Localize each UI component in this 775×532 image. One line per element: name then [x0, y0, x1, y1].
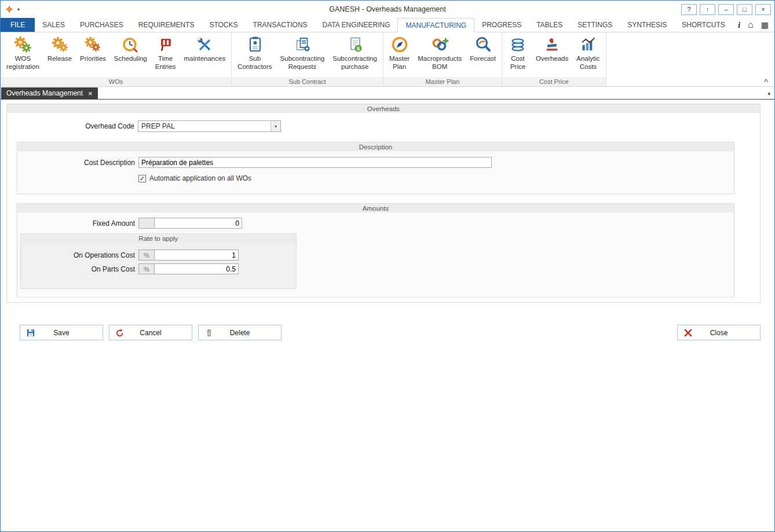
window-controls: ?↑–□×	[681, 4, 771, 15]
ribbon-item-label: Priorities	[80, 54, 106, 63]
help-button[interactable]: ?	[681, 4, 697, 15]
menu-tab-stocks[interactable]: STOCKS	[202, 18, 245, 32]
menu-tab-data-engineering[interactable]: DATA ENGINEERING	[315, 18, 398, 32]
id-card-icon	[246, 35, 264, 54]
close-button[interactable]: Close	[677, 325, 761, 340]
save-icon	[25, 328, 36, 338]
app-logo-icon	[4, 4, 14, 14]
ribbon-item-label: Macroproducts BOM	[418, 54, 462, 71]
amounts-groupbox-title: Amounts	[17, 204, 734, 212]
cost-description-input[interactable]	[138, 157, 492, 168]
chart-icon	[579, 35, 597, 54]
ribbon-item-subcontracting-purchase[interactable]: $Subcontracting purchase	[328, 34, 381, 72]
document-tab-close-icon[interactable]: ×	[88, 90, 93, 97]
save-button[interactable]: Save	[20, 325, 103, 340]
menu-tab-transactions[interactable]: TRANSACTIONS	[246, 18, 315, 32]
cost-description-label: Cost Description	[17, 159, 138, 167]
fixed-amount-label: Fixed Amount	[17, 219, 138, 228]
menu-tab-progress[interactable]: PROGRESS	[474, 18, 529, 32]
ribbon-item-label: Release	[47, 54, 72, 63]
ribbon-item-forecast[interactable]: Forecast	[466, 34, 500, 64]
calendar-icon[interactable]: ▦	[761, 20, 769, 30]
combo-dropdown-icon[interactable]: ▾	[270, 121, 280, 131]
trash-icon	[204, 328, 214, 338]
document-tab[interactable]: Overheads Management ×	[1, 87, 98, 99]
ribbon-item-priorities[interactable]: Priorities	[76, 34, 110, 64]
doc-dollar-icon: $	[346, 35, 364, 54]
links-icon	[430, 35, 449, 54]
menu-tab-manufacturing[interactable]: MANUFACTURING	[397, 18, 474, 32]
ribbon-tab-bar: FILESALESPURCHASESREQUIREMENTSSTOCKSTRAN…	[1, 18, 774, 32]
ribbon-item-sub-contractors[interactable]: Sub Contractors	[233, 34, 276, 72]
ribbon-item-label: Master Plan	[389, 54, 410, 71]
menu-tab-tables[interactable]: TABLES	[529, 18, 570, 32]
tab-list-dropdown-icon[interactable]: ▾	[767, 91, 770, 97]
ribbon-item-subcontracting-requests[interactable]: Subcontracting Requests	[276, 34, 329, 72]
maximize-button[interactable]: □	[737, 4, 752, 15]
ribbon-group-label: WOs	[1, 77, 231, 86]
fixed-amount-input[interactable]	[154, 218, 242, 229]
ribbon-item-analytic-costs[interactable]: Analytic Costs	[572, 34, 604, 72]
on-parts-percent-prefix: %	[138, 263, 154, 274]
ribbon-item-time-entries[interactable]: Time Entries	[151, 34, 180, 72]
ribbon-group-label: Master Plan	[383, 77, 502, 86]
auto-apply-checkbox[interactable]: ✓	[138, 175, 146, 182]
overhead-code-label: Overhead Code	[7, 122, 138, 130]
menu-tabs: FILESALESPURCHASESREQUIREMENTSSTOCKSTRAN…	[1, 18, 733, 32]
close-button[interactable]: ×	[755, 4, 771, 15]
home-icon[interactable]: ⌂	[748, 20, 754, 30]
ribbon-item-label: WOS registration	[6, 54, 39, 71]
auto-apply-row: ✓ Automatic application on all WOs	[17, 174, 734, 182]
ribbon-item-master-plan[interactable]: Master Plan	[385, 34, 414, 72]
svg-text:$: $	[357, 46, 360, 52]
ribbon-item-label: Subcontracting Requests	[280, 54, 325, 71]
ribbon-item-wos-registration[interactable]: WOS registration	[2, 34, 43, 72]
title-bar: ▾ GANESH - Overheads Management ?↑–□×	[1, 1, 774, 18]
ribbon-item-label: Time Entries	[155, 54, 176, 71]
fixed-amount-row: Fixed Amount	[17, 218, 734, 229]
gears-small-icon	[83, 35, 102, 54]
menu-tab-shortcuts[interactable]: SHORTCUTS	[674, 18, 732, 32]
ribbon-item-label: Scheduling	[114, 54, 147, 63]
minimize-button[interactable]: –	[718, 4, 734, 15]
menu-tab-requirements[interactable]: REQUIREMENTS	[131, 18, 202, 32]
menu-tab-purchases[interactable]: PURCHASES	[72, 18, 131, 32]
ribbon-collapse-icon[interactable]: ^	[764, 78, 768, 86]
documents-icon	[293, 35, 312, 54]
fixed-amount-prefix	[138, 218, 154, 229]
cancel-button[interactable]: Cancel	[109, 325, 192, 340]
ribbon-item-release[interactable]: Release	[43, 34, 76, 64]
ribbon-item-overheads[interactable]: Overheads	[532, 34, 572, 64]
ribbon-item-macroproducts-bom[interactable]: Macroproducts BOM	[414, 34, 466, 72]
ribbon-group-label: Sub Contract	[232, 77, 383, 86]
tools-icon	[195, 35, 214, 54]
ribbon-group-wos: WOS registrationReleasePrioritiesSchedul…	[1, 32, 232, 86]
ribbon-display-options-button[interactable]: ↑	[700, 4, 715, 15]
menu-tab-synthesis[interactable]: SYNTHESIS	[620, 18, 674, 32]
close-red-icon	[683, 328, 693, 338]
on-parts-cost-input[interactable]	[154, 263, 239, 274]
gears-icon	[50, 35, 69, 54]
menu-tab-file[interactable]: FILE	[1, 18, 35, 32]
ribbon-group-label: Cost Price	[502, 77, 606, 86]
ribbon-groups: WOS registrationReleasePrioritiesSchedul…	[1, 32, 774, 86]
description-groupbox-title: Description	[17, 142, 734, 151]
ribbon: WOS registrationReleasePrioritiesSchedul…	[1, 32, 774, 87]
ribbon-item-cost-price[interactable]: Cost Price	[504, 34, 532, 72]
on-parts-cost-row: On Parts Cost %	[21, 263, 296, 274]
menu-tab-settings[interactable]: SETTINGS	[570, 18, 620, 32]
ribbon-item-maintenances[interactable]: maintenances	[180, 34, 230, 64]
ribbon-item-scheduling[interactable]: Scheduling	[110, 34, 151, 64]
delete-button[interactable]: Delete	[198, 325, 282, 340]
menu-tab-sales[interactable]: SALES	[35, 18, 72, 32]
on-parts-cost-label: On Parts Cost	[21, 265, 138, 273]
on-operations-cost-input[interactable]	[154, 250, 239, 261]
document-tab-strip: Overheads Management × ▾	[1, 87, 774, 100]
on-operations-cost-label: On Operations Cost	[21, 251, 138, 259]
overhead-code-combobox[interactable]: PREP PAL ▾	[138, 120, 281, 132]
overhead-code-row: Overhead Code PREP PAL ▾	[7, 120, 760, 132]
ribbon-item-label: Sub Contractors	[237, 54, 272, 71]
coins-icon	[509, 35, 527, 54]
quick-access-arrow-icon[interactable]: ▾	[17, 7, 20, 12]
info-icon[interactable]: i	[738, 20, 740, 30]
